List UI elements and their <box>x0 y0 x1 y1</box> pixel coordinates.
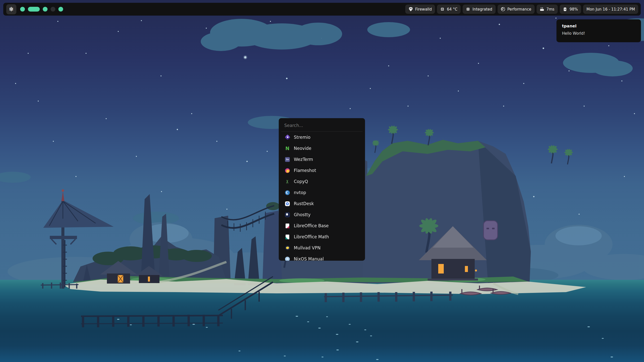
launcher-item-neovide[interactable]: Neovide <box>279 143 365 154</box>
battery-icon <box>563 7 567 11</box>
shield-icon <box>409 7 413 11</box>
app-label: LibreOffice Base <box>294 223 329 228</box>
status-chips: Firewalld 64 °C Integrated Performance 7… <box>405 5 638 14</box>
wezterm-icon <box>285 157 290 162</box>
chip-label: 7ms <box>546 7 554 12</box>
app-label: Flameshot <box>294 168 316 173</box>
chip-label: Integrated <box>472 7 492 12</box>
top-bar: ❄ Firewalld 64 °C Integrated <box>3 3 641 16</box>
app-list: Stremio Neovide WezTerm Flameshot CopyQ … <box>279 132 365 261</box>
gpu-icon <box>466 7 470 11</box>
app-label: LibreOffice Math <box>294 234 329 239</box>
launcher-item-libreoffice-math[interactable]: LibreOffice Math <box>279 231 365 242</box>
launcher-item-flameshot[interactable]: Flameshot <box>279 165 365 176</box>
chip-label: 64 °C <box>447 7 457 12</box>
libreoffice-math-icon <box>285 234 290 240</box>
app-launcher: Stremio Neovide WezTerm Flameshot CopyQ … <box>279 118 365 261</box>
flameshot-icon <box>285 168 290 173</box>
status-chip-cpu-temp[interactable]: 64 °C <box>437 5 461 14</box>
clock-label: Mon Jun 16 - 11:27:41 PM <box>586 7 635 12</box>
workspace-dot-1[interactable] <box>20 7 25 12</box>
chip-label: Performance <box>507 7 531 12</box>
status-chip-power-profile[interactable]: Performance <box>498 5 535 14</box>
nvtop-icon <box>285 190 290 195</box>
launcher-item-libreoffice-base[interactable]: LibreOffice Base <box>279 220 365 231</box>
workspace-dot-5[interactable] <box>58 7 63 12</box>
launcher-item-wezterm[interactable]: WezTerm <box>279 154 365 165</box>
app-label: Mullvad VPN <box>294 245 320 250</box>
nixos-manual-icon <box>285 256 290 261</box>
app-label: Stremio <box>294 135 310 140</box>
launcher-item-mullvad-vpn[interactable]: Mullvad VPN <box>279 242 365 253</box>
router-icon <box>540 7 544 11</box>
libreoffice-base-icon <box>285 223 290 229</box>
stremio-icon <box>285 135 290 140</box>
notification-message: Hello World! <box>562 31 635 36</box>
workspace-dot-4[interactable] <box>51 7 55 12</box>
launcher-item-ghostty[interactable]: Ghostty <box>279 209 365 220</box>
mullvad-vpn-icon <box>285 245 290 251</box>
app-label: nvtop <box>294 190 306 195</box>
workspace-indicators <box>20 7 63 12</box>
ghostty-icon <box>285 212 290 217</box>
status-chip-latency[interactable]: 7ms <box>537 5 558 14</box>
launcher-item-copyq[interactable]: CopyQ <box>279 176 365 187</box>
desktop: ❄ Firewalld 64 °C Integrated <box>0 0 644 362</box>
status-chip-firewalld[interactable]: Firewalld <box>405 5 435 14</box>
app-label: Neovide <box>294 146 311 151</box>
workspace-dot-3[interactable] <box>43 7 48 12</box>
neovide-icon <box>285 146 290 151</box>
search-input[interactable] <box>279 118 365 131</box>
app-label: Ghostty <box>294 212 311 217</box>
copyq-icon <box>285 179 290 184</box>
chip-label: Firewalld <box>415 7 432 12</box>
gear-icon <box>501 7 505 11</box>
app-label: RustDesk <box>294 201 314 206</box>
launcher-item-nixos-manual[interactable]: NixOS Manual <box>279 253 365 261</box>
status-chip-battery[interactable]: 98% <box>560 5 581 14</box>
app-label: NixOS Manual <box>294 256 324 261</box>
clock-chip[interactable]: Mon Jun 16 - 11:27:41 PM <box>583 5 638 14</box>
app-label: WezTerm <box>294 157 313 162</box>
notification-toast[interactable]: tpanel Hello World! <box>556 19 641 42</box>
notification-app-name: tpanel <box>562 24 635 28</box>
chip-label: 98% <box>570 7 578 12</box>
launcher-item-stremio[interactable]: Stremio <box>279 132 365 143</box>
status-chip-gpu[interactable]: Integrated <box>463 5 496 14</box>
cpu-temp-icon <box>440 7 445 11</box>
launcher-item-rustdesk[interactable]: RustDesk <box>279 198 365 209</box>
nixos-logo-button[interactable]: ❄ <box>6 4 16 14</box>
workspace-dot-2[interactable] <box>28 7 40 12</box>
launcher-item-nvtop[interactable]: nvtop <box>279 187 365 198</box>
app-label: CopyQ <box>294 179 308 184</box>
rustdesk-icon <box>285 201 290 206</box>
nixos-logo-icon: ❄ <box>9 6 14 12</box>
